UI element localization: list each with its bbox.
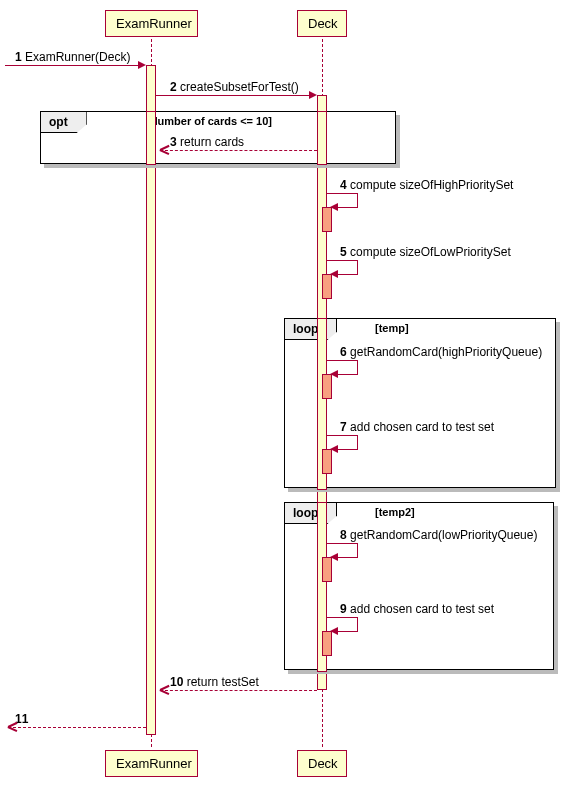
participant-examrunner-top: ExamRunner [105, 10, 198, 37]
activation-examrunner-overlay-opt [146, 111, 156, 165]
msg-3-line [160, 150, 317, 151]
msg-2-arrow [309, 91, 317, 99]
activation-m7 [322, 449, 332, 474]
activation-m4 [322, 207, 332, 232]
frame-opt-guard: [Number of cards <= 10] [146, 115, 272, 127]
frame-opt-tag: opt [41, 112, 87, 133]
msg-10-line [160, 690, 317, 691]
msg-6-label: 6 getRandomCard(highPriorityQueue) [340, 345, 542, 359]
msg-7-label: 7 add chosen card to test set [340, 420, 494, 434]
frame-loop2-tag: loop [285, 503, 337, 524]
msg-9-label: 9 add chosen card to test set [340, 602, 494, 616]
msg-10-arrow [160, 690, 170, 692]
frame-loop1-guard: [temp] [375, 322, 409, 334]
participant-label: ExamRunner [116, 16, 192, 31]
participant-deck-top: Deck [297, 10, 347, 37]
msg-2-line [156, 95, 311, 96]
msg-11-arrow [8, 727, 18, 729]
msg-1-line [5, 65, 140, 66]
activation-m5 [322, 274, 332, 299]
msg-4-label: 4 compute sizeOfHighPrioritySet [340, 178, 513, 192]
participant-label: Deck [308, 756, 338, 771]
participant-label: ExamRunner [116, 756, 192, 771]
msg-5-label: 5 compute sizeOfLowPrioritySet [340, 245, 511, 259]
msg-8-label: 8 getRandomCard(lowPriorityQueue) [340, 528, 537, 542]
msg-11-line [8, 727, 146, 728]
activation-m6 [322, 374, 332, 399]
frame-loop2-guard: [temp2] [375, 506, 415, 518]
activation-m9 [322, 631, 332, 656]
msg-1-label: 1 ExamRunner(Deck) [15, 50, 130, 64]
activation-deck-overlay-opt [317, 111, 327, 165]
msg-3-arrow [160, 150, 170, 152]
msg-11-label: 11 [15, 712, 28, 726]
msg-3-label: 3 return cards [170, 135, 244, 149]
activation-m8 [322, 557, 332, 582]
msg-10-label: 10 return testSet [170, 675, 259, 689]
participant-examrunner-bottom: ExamRunner [105, 750, 198, 777]
participant-label: Deck [308, 16, 338, 31]
participant-deck-bottom: Deck [297, 750, 347, 777]
msg-1-arrow [138, 61, 146, 69]
frame-loop1-tag: loop [285, 319, 337, 340]
msg-2-label: 2 createSubsetForTest() [170, 80, 299, 94]
